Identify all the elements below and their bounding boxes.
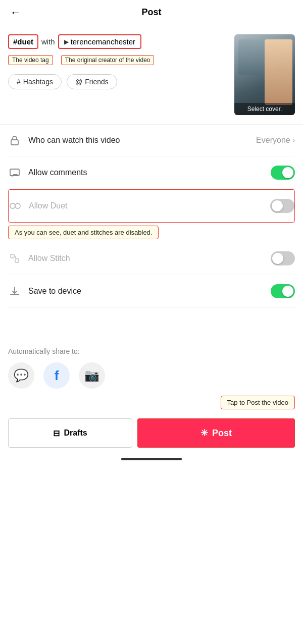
spacer bbox=[0, 308, 303, 338]
select-cover-label[interactable]: Select cover. bbox=[234, 103, 295, 115]
instagram-icon[interactable]: 📷 bbox=[79, 362, 105, 389]
comment-icon bbox=[8, 166, 21, 179]
hashtags-button[interactable]: # Hashtags bbox=[8, 74, 62, 89]
allow-duet-toggle[interactable] bbox=[270, 199, 294, 213]
allow-stitch-toggle[interactable] bbox=[271, 251, 295, 265]
annotation-tag: The video tag bbox=[8, 55, 53, 65]
duet-icon bbox=[9, 199, 22, 212]
thumb-face1 bbox=[238, 39, 264, 75]
video-tag-box[interactable]: #duet bbox=[8, 34, 38, 49]
with-text: with bbox=[41, 37, 55, 46]
save-to-device-row: Save to device bbox=[8, 275, 295, 308]
friends-button[interactable]: @ Friends bbox=[67, 74, 117, 89]
video-thumbnail[interactable]: Select cover. bbox=[234, 34, 295, 115]
save-to-device-label: Save to device bbox=[28, 287, 264, 296]
who-can-watch-row[interactable]: Who can watch this video Everyone › bbox=[8, 125, 295, 156]
svg-point-3 bbox=[15, 203, 20, 208]
share-section: Automatically share to: 💬 f 📷 bbox=[0, 338, 303, 394]
toggle-knob-save bbox=[282, 286, 293, 297]
chevron-right-icon: › bbox=[292, 136, 295, 145]
allow-stitch-row: Allow Stitch bbox=[8, 242, 295, 275]
allow-comments-row: Allow comments bbox=[8, 156, 295, 189]
hashtag-row: # Hashtags @ Friends bbox=[8, 74, 228, 89]
post-button[interactable]: ✳ Post bbox=[137, 418, 295, 448]
who-can-watch-value: Everyone › bbox=[256, 136, 295, 145]
toggle-knob bbox=[282, 167, 293, 178]
thumb-face2 bbox=[265, 39, 292, 105]
allow-comments-toggle[interactable] bbox=[271, 166, 295, 180]
messenger-icon[interactable]: 💬 bbox=[8, 362, 34, 389]
save-icon bbox=[8, 285, 21, 298]
duet-annotation-tooltip: As you can see, duet and stitches are di… bbox=[8, 226, 159, 239]
duet-annotation-wrapper: As you can see, duet and stitches are di… bbox=[8, 226, 295, 239]
hashtags-label: Hashtags bbox=[23, 78, 53, 86]
home-bar bbox=[121, 458, 182, 460]
left-content: #duet with ▶ terencemanchester The video… bbox=[8, 34, 228, 89]
home-indicator bbox=[0, 453, 303, 463]
at-symbol: @ bbox=[75, 78, 82, 86]
creator-box[interactable]: ▶ terencemanchester bbox=[58, 34, 141, 49]
drafts-label: Drafts bbox=[64, 428, 87, 438]
tap-annotation-wrapper: Tap to Post the video bbox=[0, 396, 303, 409]
allow-duet-label: Allow Duet bbox=[29, 201, 263, 210]
tag-row: #duet with ▶ terencemanchester bbox=[8, 34, 228, 49]
top-section: #duet with ▶ terencemanchester The video… bbox=[0, 25, 303, 125]
post-icon: ✳ bbox=[200, 427, 208, 439]
annotations-row: The video tag The original creator of th… bbox=[8, 53, 228, 65]
svg-rect-4 bbox=[11, 254, 14, 258]
toggle-knob-stitch bbox=[272, 253, 283, 264]
allow-duet-row: Allow Duet bbox=[9, 190, 294, 222]
svg-point-2 bbox=[10, 203, 15, 208]
tap-annotation-tooltip: Tap to Post the video bbox=[221, 396, 295, 409]
bottom-buttons: ⊟ Drafts ✳ Post bbox=[0, 413, 303, 453]
allow-stitch-label: Allow Stitch bbox=[28, 254, 264, 263]
friends-label: Friends bbox=[85, 78, 109, 86]
annotation-creator: The original creator of the video bbox=[61, 55, 155, 65]
lock-icon bbox=[8, 134, 21, 147]
share-icons-row: 💬 f 📷 bbox=[8, 362, 295, 389]
who-can-watch-label: Who can watch this video bbox=[28, 136, 249, 145]
drafts-icon: ⊟ bbox=[53, 428, 60, 438]
back-button[interactable]: ← bbox=[10, 6, 21, 19]
save-to-device-toggle[interactable] bbox=[271, 284, 295, 298]
hashtag-symbol: # bbox=[17, 78, 21, 86]
post-label: Post bbox=[212, 428, 232, 439]
allow-comments-label: Allow comments bbox=[28, 168, 264, 177]
facebook-icon[interactable]: f bbox=[43, 362, 70, 389]
settings-section: Who can watch this video Everyone › Allo… bbox=[0, 125, 303, 308]
svg-rect-0 bbox=[11, 140, 18, 145]
creator-name: terencemanchester bbox=[71, 37, 135, 46]
share-label: Automatically share to: bbox=[8, 347, 295, 355]
drafts-button[interactable]: ⊟ Drafts bbox=[8, 418, 132, 448]
play-icon: ▶ bbox=[64, 38, 69, 45]
stitch-icon bbox=[8, 252, 21, 265]
svg-rect-5 bbox=[15, 259, 19, 262]
allow-duet-highlight: Allow Duet bbox=[8, 189, 295, 223]
toggle-knob-duet bbox=[272, 200, 283, 211]
page-title: Post bbox=[141, 7, 161, 18]
header: ← Post bbox=[0, 0, 303, 25]
